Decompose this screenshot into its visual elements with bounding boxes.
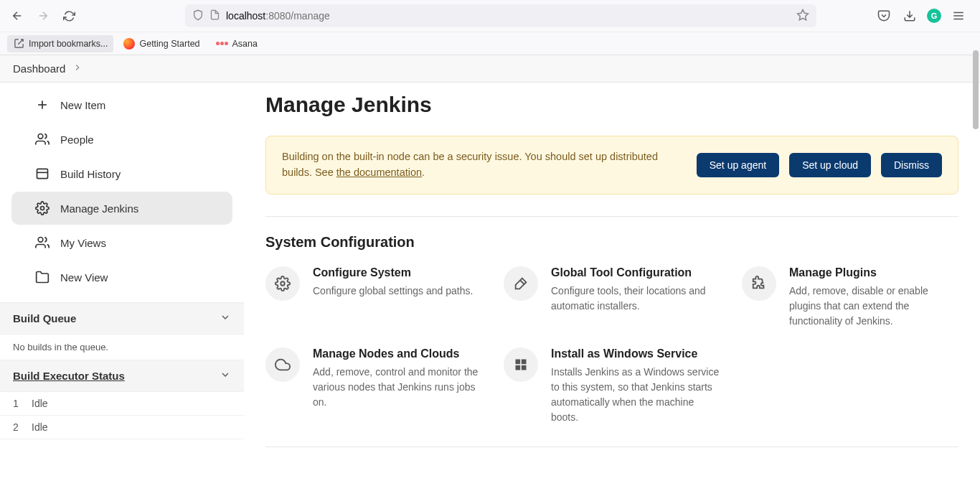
executor-title: Build Executor Status — [13, 370, 125, 382]
puzzle-icon — [742, 266, 776, 301]
bookmark-import[interactable]: Import bookmarks... — [7, 35, 113, 52]
card-global-tool[interactable]: Global Tool Configuration Configure tool… — [504, 266, 720, 329]
executor-status: Idle — [32, 421, 48, 433]
sidebar-item-build-history[interactable]: Build History — [11, 157, 232, 190]
windows-icon — [504, 347, 538, 382]
build-queue-header[interactable]: Build Queue — [0, 302, 244, 335]
bookmark-asana[interactable]: Asana — [210, 36, 263, 52]
main-content: Manage Jenkins Building on the built-in … — [244, 83, 980, 486]
card-desc: Installs Jenkins as a Windows service to… — [551, 365, 720, 425]
dismiss-button[interactable]: Dismiss — [881, 153, 942, 177]
views-icon — [34, 235, 50, 251]
sidebar-item-label: New Item — [60, 99, 105, 111]
chevron-down-icon — [220, 312, 231, 325]
alert-text: Building on the built-in node can be a s… — [282, 149, 687, 181]
back-button[interactable] — [7, 6, 27, 26]
forward-button[interactable] — [33, 6, 53, 26]
lock-icon — [209, 9, 220, 22]
side-nav: New Item People Build History Manage Jen… — [0, 83, 244, 302]
bookmark-getting-started[interactable]: Getting Started — [118, 35, 205, 52]
setup-agent-button[interactable]: Set up agent — [697, 153, 779, 177]
sidebar-item-label: My Views — [60, 237, 106, 249]
people-icon — [34, 131, 50, 147]
shield-icon — [192, 9, 204, 23]
security-alert: Building on the built-in node can be a s… — [265, 136, 958, 195]
newview-icon — [34, 269, 50, 285]
asana-icon — [216, 42, 228, 45]
card-title: Install as Windows Service — [551, 347, 720, 360]
card-title: Manage Nodes and Clouds — [313, 347, 482, 360]
browser-toolbar: localhost:8080/manage G — [0, 0, 980, 32]
svg-rect-7 — [37, 169, 48, 178]
page-title: Manage Jenkins — [265, 93, 958, 117]
svg-rect-15 — [522, 365, 527, 370]
executor-status-header[interactable]: Build Executor Status — [0, 360, 244, 392]
card-desc: Add, remove, disable or enable plugins t… — [789, 284, 958, 329]
card-title: Global Tool Configuration — [551, 266, 720, 279]
svg-rect-14 — [516, 365, 521, 370]
setup-cloud-button[interactable]: Set up cloud — [789, 153, 871, 177]
hammer-icon — [504, 266, 538, 301]
scrollbar[interactable] — [973, 50, 979, 129]
build-queue-body: No builds in the queue. — [0, 335, 244, 360]
sidebar-item-manage-jenkins[interactable]: Manage Jenkins — [11, 192, 232, 225]
card-manage-nodes[interactable]: Manage Nodes and Clouds Add, remove, con… — [265, 347, 482, 425]
card-manage-plugins[interactable]: Manage Plugins Add, remove, disable or e… — [742, 266, 958, 329]
card-desc: Configure tools, their locations and aut… — [551, 284, 720, 314]
menu-icon[interactable] — [950, 7, 967, 24]
cloud-icon — [265, 347, 300, 382]
executor-status: Idle — [32, 398, 48, 409]
firefox-icon — [123, 38, 135, 50]
svg-point-11 — [281, 281, 285, 286]
sidebar-item-label: People — [60, 134, 94, 146]
downloads-icon[interactable] — [901, 7, 918, 24]
alert-doc-link[interactable]: the documentation — [336, 167, 422, 178]
grammarly-icon[interactable]: G — [927, 9, 941, 23]
chevron-right-icon — [72, 62, 83, 75]
history-icon — [34, 166, 50, 182]
section-title: System Configuration — [265, 234, 958, 251]
gear-icon — [34, 200, 50, 216]
svg-rect-13 — [522, 359, 527, 364]
bookmarks-bar: Import bookmarks... Getting Started Asan… — [0, 32, 980, 55]
bookmark-label: Import bookmarks... — [29, 39, 108, 49]
sidebar-item-my-views[interactable]: My Views — [11, 226, 232, 259]
svg-point-10 — [38, 238, 43, 243]
reload-button[interactable] — [59, 6, 79, 26]
breadcrumb: Dashboard — [0, 55, 980, 83]
executor-num: 1 — [13, 398, 22, 409]
card-grid: Configure System Configure global settin… — [265, 266, 958, 425]
sidebar-item-label: Build History — [60, 168, 121, 180]
executor-num: 2 — [13, 421, 22, 433]
section-divider — [265, 447, 958, 447]
build-queue-empty: No builds in the queue. — [13, 342, 108, 352]
card-desc: Add, remove, control and monitor the var… — [313, 365, 482, 410]
chevron-down-icon — [220, 369, 231, 383]
svg-point-9 — [41, 207, 44, 210]
pocket-icon[interactable] — [875, 7, 892, 24]
url-text: localhost:8080/manage — [226, 10, 791, 22]
browser-chrome: localhost:8080/manage G Import bookmarks — [0, 0, 980, 55]
bookmark-star-icon[interactable] — [796, 9, 809, 24]
alert-actions: Set up agent Set up cloud Dismiss — [697, 153, 942, 177]
sidebar-item-new-item[interactable]: New Item — [11, 88, 232, 121]
sidebar: New Item People Build History Manage Jen… — [0, 83, 244, 486]
bookmark-label: Asana — [232, 39, 258, 49]
sidebar-item-label: New View — [60, 271, 108, 284]
section-divider — [265, 216, 958, 217]
card-configure-system[interactable]: Configure System Configure global settin… — [265, 266, 482, 329]
gear-icon — [265, 266, 300, 301]
breadcrumb-dashboard[interactable]: Dashboard — [13, 62, 65, 75]
plus-icon — [34, 97, 50, 113]
sidebar-item-people[interactable]: People — [11, 123, 232, 156]
svg-rect-12 — [516, 359, 521, 364]
svg-point-6 — [38, 134, 43, 139]
url-bar[interactable]: localhost:8080/manage — [185, 4, 816, 27]
card-title: Configure System — [313, 266, 473, 279]
sidebar-item-label: Manage Jenkins — [60, 202, 138, 215]
sidebar-item-new-view[interactable]: New View — [11, 261, 232, 294]
card-title: Manage Plugins — [789, 266, 958, 279]
import-icon — [13, 38, 24, 50]
card-windows-service[interactable]: Install as Windows Service Installs Jenk… — [504, 347, 720, 425]
build-queue-title: Build Queue — [13, 312, 76, 324]
